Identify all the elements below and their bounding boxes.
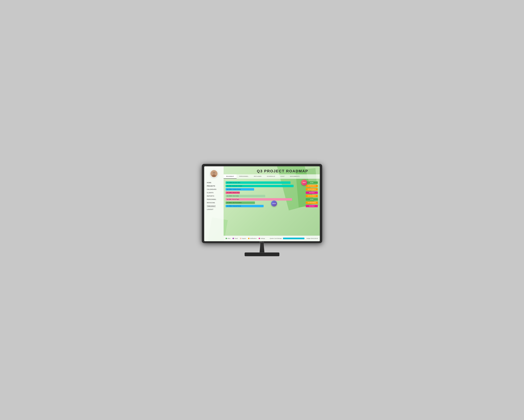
sidebar: HOME PROJECTS CALENDARS CLIENTS REPORTS … bbox=[204, 166, 224, 241]
settings-dot bbox=[259, 238, 260, 239]
gantt-bar-container-2: Job 7235: Centennial Contract bbox=[226, 185, 305, 187]
gantt-bar-container-1: Job 72588: Recruiter Sales bbox=[226, 181, 305, 184]
legend-settings: Settings bbox=[259, 238, 265, 239]
gantt-bar-container-5: Job 25698: Client Intake bbox=[226, 195, 305, 197]
cost-estimate-label: Quarter Cost Estimate bbox=[270, 238, 282, 239]
page-title: Q3 PROJECT ROADMAP bbox=[257, 169, 308, 173]
sidebar-item-reports[interactable]: REPORTS bbox=[204, 194, 224, 198]
gantt-bar-5: Job 25698: Client Intake bbox=[226, 195, 265, 197]
screen: Q3 PROJECT ROADMAP bbox=[204, 166, 320, 241]
support-dot bbox=[240, 238, 241, 239]
status-badge-7: IN PROGRESS bbox=[306, 201, 318, 204]
monitor-bezel: Q3 PROJECT ROADMAP bbox=[202, 164, 322, 243]
gantt-bar-container-6: Job 4568: Tutorial Pages bbox=[226, 198, 305, 201]
tab-roadmap[interactable]: ROADMAP bbox=[224, 174, 236, 179]
tab-documents[interactable]: DOCUMENTS bbox=[287, 174, 302, 179]
gantt-bar-1: Job 72588: Recruiter Sales bbox=[226, 181, 290, 184]
gantt-area: Job 72588: Recruiter Sales DONE Job 7235… bbox=[224, 180, 320, 209]
sidebar-item-clients[interactable]: CLIENTS bbox=[204, 191, 224, 194]
table-row: Job 33581: Portfolio Review IN PROGRESS bbox=[226, 188, 318, 191]
status-badge-4: ON HOLD bbox=[306, 192, 318, 194]
status-badge-3: IN PROGRESS bbox=[306, 188, 318, 191]
notifications-dot bbox=[248, 238, 249, 239]
main-content: ROADMAP PERSONNEL RETAINER SCHEDULE COST… bbox=[224, 166, 320, 241]
table-row: Job 4568: Tutorial Pages DONE bbox=[226, 198, 318, 201]
legend-notifications: Notifications bbox=[248, 238, 256, 239]
gantt-bar-6: Job 4568: Tutorial Pages bbox=[226, 198, 292, 201]
gantt-bar-7: Job 88641: CEO Presentation bbox=[226, 201, 255, 204]
sidebar-item-projects[interactable]: PROJECTS bbox=[204, 184, 224, 188]
monitor-bottom-bezel: DELL bbox=[204, 241, 320, 243]
status-badge-5: IN PROGRESS bbox=[306, 195, 318, 197]
tab-retainer[interactable]: RETAINER bbox=[251, 174, 264, 179]
dell-logo: DELL bbox=[260, 241, 264, 243]
gantt-bar-8: Job 98564: Financial Review bbox=[226, 205, 264, 207]
tab-schedule[interactable]: SCHEDULE bbox=[264, 174, 278, 179]
send-button[interactable]: Send bbox=[301, 180, 307, 185]
inbox-dot bbox=[226, 238, 227, 239]
monitor-wrapper: Q3 PROJECT ROADMAP bbox=[202, 164, 322, 256]
sidebar-item-home[interactable]: HOME bbox=[204, 181, 224, 184]
sidebar-item-timesheet[interactable]: TIMESHEET bbox=[204, 204, 224, 208]
gantt-bar-container-8: Job 98564: Financial Review bbox=[226, 205, 305, 207]
sidebar-item-invoicing[interactable]: INVOICING bbox=[204, 201, 224, 204]
tab-cost[interactable]: COST bbox=[278, 174, 287, 179]
gantt-bar-3: Job 33581: Portfolio Review bbox=[226, 188, 254, 191]
legend-support: Support bbox=[240, 238, 246, 239]
table-row: Job 25698: Client Intake IN PROGRESS bbox=[226, 195, 318, 197]
status-badge-8: ON HOLD bbox=[306, 205, 318, 207]
avatar-area bbox=[204, 168, 224, 179]
gantt-bar-container-3: Job 33581: Portfolio Review bbox=[226, 188, 305, 191]
monitor-base bbox=[245, 253, 279, 256]
budget-text: Budget: $105,256.69 bbox=[306, 238, 318, 239]
gantt-bar-2: Job 7235: Centennial Contract bbox=[226, 185, 294, 187]
check-button[interactable]: Check bbox=[271, 201, 277, 206]
cost-estimate-bar bbox=[283, 238, 305, 239]
travel-dot bbox=[233, 238, 234, 239]
legend-inbox: Inbox bbox=[226, 238, 230, 239]
status-badge-2: IN PROGRESS bbox=[306, 185, 318, 187]
sidebar-item-logout[interactable]: LOGOUT bbox=[204, 208, 224, 211]
bottom-bar: Inbox Travel Support Notifications Setti… bbox=[224, 236, 320, 241]
table-row: Job 33581: Website Redesign ON HOLD bbox=[226, 192, 318, 194]
tab-personnel[interactable]: PERSONNEL bbox=[236, 174, 251, 179]
monitor-neck bbox=[258, 243, 266, 253]
cost-estimate-section: Quarter Cost Estimate bbox=[270, 238, 305, 239]
sidebar-item-personnel[interactable]: PERSONNEL bbox=[204, 198, 224, 201]
status-badge-6: DONE bbox=[306, 198, 318, 201]
gantt-bar-container-4: Job 33581: Website Redesign bbox=[226, 192, 305, 194]
avatar bbox=[210, 170, 218, 178]
tabs-bar: ROADMAP PERSONNEL RETAINER SCHEDULE COST… bbox=[224, 174, 320, 179]
gantt-bar-container-7: Job 88641: CEO Presentation bbox=[226, 201, 305, 204]
sidebar-item-calendars[interactable]: CALENDARS bbox=[204, 188, 224, 191]
nav-items: HOME PROJECTS CALENDARS CLIENTS REPORTS … bbox=[204, 181, 224, 211]
status-badge-1: DONE bbox=[306, 181, 318, 184]
legend-travel: Travel bbox=[233, 238, 238, 239]
gantt-bar-4: Job 33581: Website Redesign bbox=[226, 192, 240, 194]
